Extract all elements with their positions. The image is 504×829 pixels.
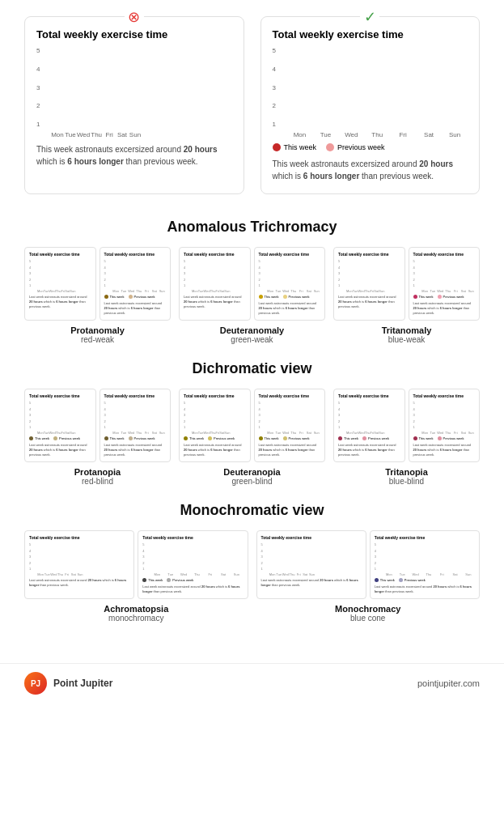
tritanopia-good-card: Total weekly exercise time 12345 xyxy=(409,389,481,462)
x-sun2 xyxy=(219,131,232,138)
bad-y-axis: 1 2 3 4 5 xyxy=(36,47,40,128)
footer-url: pointjupiter.com xyxy=(417,678,480,688)
bad-icon: ⊗ xyxy=(125,7,144,27)
tritanomaly-good-card: Total weekly exercise time 12345 xyxy=(409,247,481,321)
anomalous-title: Anomalous Trichromacy xyxy=(24,219,480,236)
protanopia-pair: Total weekly exercise time 12345 xyxy=(24,389,171,486)
x-sun: Sun xyxy=(129,131,142,138)
x-mon: Mon xyxy=(51,131,64,138)
tritanomaly-label: Tritanomaly blue-weak xyxy=(382,325,432,344)
x-sat: Sat xyxy=(116,131,129,138)
good-icon: ✓ xyxy=(360,7,379,27)
x-sat2 xyxy=(206,131,219,138)
achromatopsia-pair: Total weekly exercise time 12345 xyxy=(24,530,248,623)
protanomaly-bad-card: Total weekly exercise time 12345 xyxy=(24,247,96,321)
x-thu: Thu xyxy=(90,131,103,138)
deuteranopia-pair: Total weekly exercise time 12345 xyxy=(179,389,325,486)
protanomaly-label: Protanomaly red-weak xyxy=(70,325,125,344)
monochromacy-bad-card: Total weekly exercise time 12345 xyxy=(256,530,366,599)
monochromatic-grid: Total weekly exercise time 12345 xyxy=(24,530,480,623)
x-wed: Wed xyxy=(77,131,90,138)
tritanopia-pair: Total weekly exercise time 12345 xyxy=(333,389,480,486)
x-thu2 xyxy=(180,131,193,138)
good-chart-card: ✓ Total weekly exercise time 1 2 3 4 5 xyxy=(260,16,481,194)
dichromatic-grid: Total weekly exercise time 12345 xyxy=(24,389,480,486)
deuteranopia-label: Deuteranopia green-blind xyxy=(223,467,280,486)
protanomaly-good-card: Total weekly exercise time 12345 xyxy=(100,247,172,321)
legend-this-week: This week xyxy=(284,143,317,151)
protanopia-label: Protanopia red-blind xyxy=(74,467,121,486)
good-chart-title: Total weekly exercise time xyxy=(273,28,468,40)
brand-logo: PJ xyxy=(24,672,47,695)
brand-name: Point Jupiter xyxy=(53,678,112,689)
x-wed2 xyxy=(167,131,180,138)
tritanopia-bad-card: Total weekly exercise time 12345 xyxy=(333,389,405,462)
deuteranomaly-good-card: Total weekly exercise time 12345 xyxy=(254,247,326,321)
good-chart-text: This week astronauts excersized around 2… xyxy=(273,158,468,182)
bad-chart-text: This week astronauts excersized around 2… xyxy=(36,143,232,168)
deuteranopia-bad-card: Total weekly exercise time 12345 xyxy=(179,389,251,462)
monochromatic-title: Monochromatic view xyxy=(24,502,480,519)
monochromacy-pair: Total weekly exercise time 12345 xyxy=(256,530,481,623)
deuteranomaly-bad-card: Total weekly exercise time 12345 xyxy=(179,247,251,321)
deuteranopia-good-card: Total weekly exercise time 12345 xyxy=(254,389,326,462)
brand: PJ Point Jupiter xyxy=(24,672,112,695)
footer: PJ Point Jupiter pointjupiter.com xyxy=(0,663,504,703)
monochromacy-good-card: Total weekly exercise time 12345 xyxy=(370,530,480,599)
achromatopsia-bad-card: Total weekly exercise time 12345 xyxy=(24,530,134,599)
monochromacy-label: Monochromacy blue cone xyxy=(335,604,400,623)
good-x-axis: Mon Tue Wed Thu Fri Sat Sun xyxy=(273,131,468,138)
deuteranomaly-pair: Total weekly exercise time 12345 xyxy=(179,247,325,344)
x-fri: Fri xyxy=(103,131,116,138)
tritanomaly-bad-card: Total weekly exercise time 12345 xyxy=(333,247,405,321)
good-legend: This week Previous week xyxy=(273,143,468,151)
tritanopia-label: Tritanopia blue-blind xyxy=(385,467,428,486)
x-tue: Tue xyxy=(64,131,77,138)
achromatopsia-label: Achromatopsia monochromacy xyxy=(104,604,168,623)
tritanomaly-pair: Total weekly exercise time 12345 xyxy=(333,247,480,344)
x-tue2 xyxy=(155,131,167,138)
protanopia-good-card: Total weekly exercise time 12345 xyxy=(100,389,172,462)
protanomaly-pair: Total weekly exercise time 12345 xyxy=(24,247,171,344)
achromatopsia-good-card: Total weekly exercise time 12345 xyxy=(138,530,248,599)
anomalous-grid: Total weekly exercise time 12345 xyxy=(24,247,480,344)
bad-chart-title: Total weekly exercise time xyxy=(36,28,232,40)
dichromatic-title: Dichromatic view xyxy=(24,360,480,377)
protanopia-bad-card: Total weekly exercise time 12345 xyxy=(24,389,96,462)
good-y-axis: 1 2 3 4 5 xyxy=(273,47,276,128)
bad-x-axis: Mon Tue Wed Thu Fri Sat Sun xyxy=(36,131,232,138)
x-mon2 xyxy=(142,131,155,138)
x-fri2 xyxy=(193,131,206,138)
good-bar-chart: 1 2 3 4 5 xyxy=(273,47,468,128)
top-charts-section: ⊗ Total weekly exercise time 1 2 3 4 5 xyxy=(24,16,480,194)
bad-chart-card: ⊗ Total weekly exercise time 1 2 3 4 5 xyxy=(24,16,244,194)
bad-bar-chart: 1 2 3 4 5 xyxy=(36,47,232,128)
deuteranomaly-label: Deuteranomaly green-weak xyxy=(220,325,284,344)
legend-prev-week: Previous week xyxy=(337,143,385,151)
